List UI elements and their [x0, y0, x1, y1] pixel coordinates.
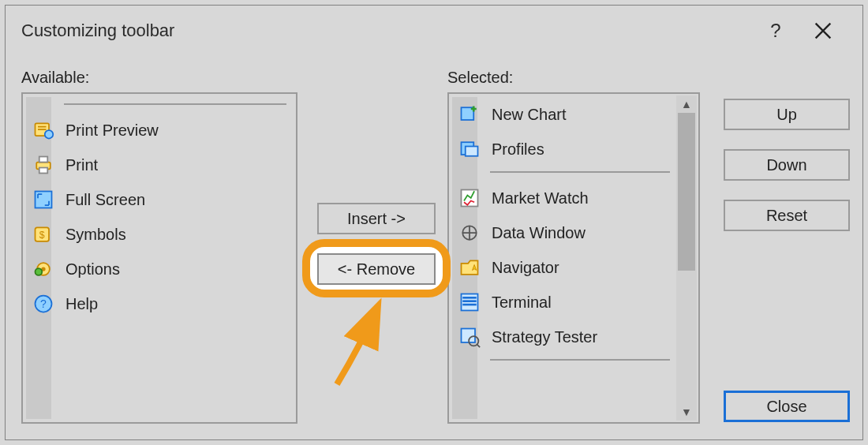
list-item[interactable]: Navigator: [454, 250, 676, 285]
svg-rect-23: [462, 304, 477, 306]
down-button[interactable]: Down: [724, 149, 850, 181]
new-chart-icon: [458, 103, 481, 125]
strategy-tester-icon: [454, 324, 485, 350]
print-icon: [32, 154, 54, 176]
help-icon: ?: [32, 293, 54, 315]
svg-rect-17: [466, 147, 478, 156]
navigator-icon: [458, 256, 481, 279]
symbols-icon: $: [32, 223, 54, 245]
scrollbar[interactable]: ▲ ▼: [676, 95, 697, 421]
close-button[interactable]: Close: [724, 391, 850, 422]
titlebar: Customizing toolbar ?: [6, 6, 862, 56]
list-item[interactable]: New Chart: [454, 97, 676, 132]
svg-rect-21: [462, 297, 477, 299]
svg-rect-7: [36, 192, 52, 208]
scroll-thumb[interactable]: [678, 113, 695, 271]
list-item-label: Symbols: [65, 226, 126, 244]
available-list-panel: Print PreviewPrintFull Screen$SymbolsOpt…: [21, 92, 297, 424]
list-item[interactable]: Market Watch: [454, 181, 676, 215]
svg-point-12: [36, 268, 43, 275]
list-item[interactable]: Profiles: [454, 132, 676, 166]
data-window-icon: [458, 222, 481, 244]
navigator-icon: [454, 255, 485, 280]
list-item-label: Strategy Tester: [492, 328, 597, 346]
scroll-up-arrow[interactable]: ▲: [676, 95, 697, 113]
insert-button[interactable]: Insert ->: [317, 203, 436, 234]
new-chart-icon: [454, 102, 485, 127]
selected-label: Selected:: [447, 69, 513, 87]
selected-list-panel: New ChartProfilesMarket WatchData Window…: [447, 92, 700, 424]
list-item-label: Data Window: [492, 224, 586, 242]
profiles-icon: [454, 136, 485, 162]
list-item-label: Full Screen: [65, 191, 145, 209]
market-watch-icon: [458, 187, 481, 209]
list-item-label: Help: [65, 295, 98, 313]
fullscreen-icon: [32, 189, 54, 211]
svg-text:?: ?: [40, 297, 47, 310]
available-label: Available:: [21, 69, 89, 87]
svg-rect-18: [462, 190, 478, 207]
reset-button[interactable]: Reset: [724, 200, 850, 231]
options-icon: [28, 256, 59, 282]
svg-rect-1: [38, 126, 47, 128]
help-icon: ?: [28, 291, 59, 316]
terminal-icon: [458, 291, 481, 313]
separator: [490, 171, 670, 173]
market-watch-icon: [454, 185, 485, 211]
print-preview-icon: [32, 119, 54, 141]
print-icon: [28, 152, 59, 178]
list-item-label: New Chart: [492, 106, 566, 124]
strategy-tester-icon: [458, 326, 481, 348]
list-item[interactable]: Terminal: [454, 285, 676, 320]
separator: [64, 103, 286, 105]
print-preview-icon: [28, 118, 59, 143]
svg-point-3: [45, 130, 54, 139]
list-item[interactable]: ?Help: [28, 286, 293, 321]
list-item-label: Terminal: [492, 294, 552, 312]
list-item-label: Options: [65, 260, 120, 279]
svg-text:$: $: [39, 230, 45, 241]
terminal-icon: [454, 290, 485, 315]
help-button[interactable]: ?: [752, 7, 799, 54]
list-item[interactable]: $Symbols: [28, 217, 293, 252]
list-item-label: Profiles: [492, 140, 544, 159]
list-item[interactable]: Print Preview: [28, 113, 293, 148]
list-item[interactable]: Options: [28, 252, 293, 286]
annotation-arrow: [321, 297, 416, 392]
separator: [490, 359, 670, 361]
fullscreen-icon: [28, 187, 59, 212]
up-button[interactable]: Up: [724, 99, 850, 130]
close-icon: [812, 20, 834, 42]
remove-button[interactable]: <- Remove: [317, 253, 436, 285]
list-item-label: Navigator: [492, 259, 559, 277]
list-item[interactable]: Strategy Tester: [454, 320, 676, 354]
svg-rect-22: [462, 300, 477, 302]
svg-rect-24: [462, 329, 476, 343]
scroll-down-arrow[interactable]: ▼: [676, 403, 697, 421]
options-icon: [32, 258, 54, 280]
list-item-label: Print: [65, 156, 98, 174]
svg-rect-2: [38, 129, 47, 130]
window-title: Customizing toolbar: [21, 21, 174, 41]
list-item[interactable]: Data Window: [454, 215, 676, 250]
list-item-label: Print Preview: [65, 122, 159, 140]
symbols-icon: $: [28, 222, 59, 247]
data-window-icon: [454, 220, 485, 245]
list-item[interactable]: Full Screen: [28, 182, 293, 217]
close-window-button[interactable]: [799, 7, 847, 54]
profiles-icon: [458, 138, 481, 160]
svg-rect-5: [39, 157, 48, 163]
svg-rect-6: [39, 168, 48, 174]
list-item-label: Market Watch: [492, 189, 589, 208]
list-item[interactable]: Print: [28, 148, 293, 182]
